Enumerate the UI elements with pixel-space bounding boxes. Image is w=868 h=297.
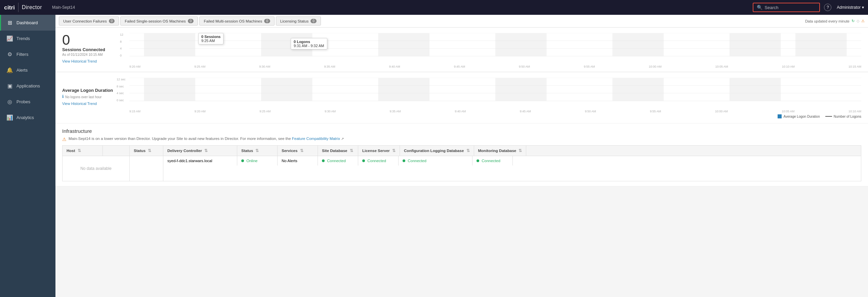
tab-label: Failed Multi-session OS Machines [204, 19, 262, 23]
x-label: 9:20 AM [194, 110, 206, 113]
status-dot-icon [403, 159, 405, 162]
logon-x-axis: 9:15 AM 9:20 AM 9:25 AM 9:30 AM 9:35 AM … [129, 109, 861, 113]
x-label: 10:10 AM [782, 65, 795, 68]
warning-icon: ⚠ [62, 137, 66, 142]
dc-cell-license: Connected [358, 156, 399, 166]
tab-user-connection-failures[interactable]: User Connection Failures 0 [59, 17, 119, 26]
help-button[interactable]: ? [824, 4, 831, 11]
svg-rect-10 [730, 33, 781, 56]
dc-col-status: Status ⇅ [237, 146, 278, 156]
sidebar-item-dashboard[interactable]: ⊞ Dashboard [0, 15, 56, 31]
sort-icon[interactable]: ⇅ [519, 149, 522, 153]
x-label: 10:05 AM [782, 110, 795, 113]
y-label-0: 0 [120, 54, 123, 57]
sort-icon[interactable]: ⇅ [466, 149, 470, 153]
sort-icon[interactable]: ⇅ [300, 149, 304, 153]
sessions-svg [129, 33, 861, 63]
tab-failed-multi-session[interactable]: Failed Multi-session OS Machines 0 [199, 17, 274, 26]
sort-icon[interactable]: ⇅ [148, 149, 151, 153]
refresh-icon[interactable]: ↻ [851, 19, 855, 23]
sort-icon[interactable]: ⇅ [255, 149, 259, 153]
sessions-y-axis: 12 8 4 0 [120, 33, 123, 57]
alert-icon[interactable]: ⚠ [861, 19, 865, 23]
x-label: 9:20 AM [129, 65, 141, 68]
logon-y-axis-left: 12 sec 8 sec 4 sec 0 sec [117, 78, 126, 102]
sort-icon[interactable]: ⇅ [78, 149, 81, 153]
sidebar-item-trends[interactable]: 📈 Trends [0, 31, 56, 47]
sidebar-item-filters[interactable]: ⚙ Filters [0, 47, 56, 62]
dc-header-row: Delivery Controller ⇅ Status ⇅ Services … [163, 146, 861, 156]
x-label: 10:00 AM [715, 110, 728, 113]
svg-rect-7 [378, 33, 430, 56]
sidebar-item-label: Dashboard [17, 20, 38, 25]
host-header-row: Host ⇅ [62, 146, 129, 156]
legend-num-logons: Number of Logons [825, 115, 861, 118]
x-label: 9:50 AM [585, 110, 596, 113]
legend-line-icon [825, 116, 832, 117]
feature-compat-link[interactable]: Feature Compatibility Matrix [292, 137, 340, 141]
settings-icon[interactable]: ◇ [857, 19, 859, 23]
dc-data-row: syed-f-ddc1.starwars.local Online No Ale… [163, 156, 861, 166]
status-dot-icon [322, 159, 324, 162]
tab-badge: 0 [188, 19, 194, 23]
dc-col-license: License Server ⇅ [358, 146, 400, 156]
app-body: ⊞ Dashboard 📈 Trends ⚙ Filters 🔔 Alerts … [0, 15, 868, 297]
chart-legend: Average Logon Duration Number of Logons [62, 113, 861, 120]
y-label-12sec: 12 sec [117, 78, 126, 81]
sessions-label: Sessions Connected [62, 47, 129, 52]
sort-icon[interactable]: ⇅ [350, 149, 353, 153]
sidebar-item-analytics[interactable]: 📊 Analytics [0, 110, 56, 125]
sidebar-item-label: Alerts [17, 68, 28, 73]
dc-col-config-log: Configuration Logging Database ⇅ [400, 146, 474, 156]
infrastructure-table: Host ⇅ No data available Status ⇅ [62, 145, 861, 181]
x-label: 10:05 AM [715, 65, 728, 68]
sort-icon[interactable]: ⇅ [204, 149, 208, 153]
y-label-12: 12 [120, 33, 123, 36]
sidebar-item-probes[interactable]: ◎ Probes [0, 94, 56, 110]
x-label: 9:55 AM [650, 110, 661, 113]
x-label: 9:45 AM [454, 65, 465, 68]
svg-rect-11 [796, 33, 846, 56]
y-label-4: 4 [120, 47, 123, 50]
status-dot-icon [362, 159, 365, 162]
logon-sublabel: No logons over last hour [65, 95, 101, 99]
x-label: 9:25 AM [259, 110, 271, 113]
svg-rect-8 [495, 33, 547, 56]
x-label: 9:15 AM [129, 110, 141, 113]
info-icon: ℹ [62, 94, 64, 99]
x-label: 9:50 AM [519, 65, 530, 68]
user-menu[interactable]: Administrator ▾ [837, 5, 864, 10]
search-input[interactable] [765, 5, 811, 10]
probes-icon: ◎ [6, 98, 13, 105]
dc-cell-status: Online [237, 156, 278, 166]
infrastructure-section: Infrastructure ⚠ Main-Sept14 is on a low… [56, 123, 868, 186]
status-header-row: Status ⇅ [130, 146, 163, 156]
sidebar-item-alerts[interactable]: 🔔 Alerts [0, 62, 56, 78]
svg-text:citrix: citrix [4, 4, 15, 11]
analytics-icon: 📊 [6, 114, 13, 121]
tab-licensing-status[interactable]: Licensing Status 0 [276, 17, 321, 26]
svg-rect-6 [261, 33, 312, 56]
dc-cell-controller: syed-f-ddc1.starwars.local [163, 156, 237, 166]
sessions-view-trend[interactable]: View Historical Trend [62, 59, 129, 63]
x-label: 9:35 AM [324, 65, 335, 68]
logon-view-trend[interactable]: View Historical Trend [62, 101, 129, 106]
search-box[interactable]: 🔍 [753, 3, 820, 12]
citrix-logo: citrix [4, 4, 15, 11]
dc-col-site-db: Site Database ⇅ [318, 146, 358, 156]
app-name: Director [22, 4, 42, 10]
sort-icon[interactable]: ⇅ [392, 149, 396, 153]
chevron-down-icon: ▾ [862, 5, 864, 10]
x-label: 9:25 AM [194, 65, 205, 68]
sessions-chart-area: 0 Sessions 9:25 AM 0 Logons 9:31 AM - 9:… [129, 33, 861, 68]
x-label: 10:15 AM [848, 65, 861, 68]
y-label-8sec: 8 sec [117, 85, 126, 88]
dc-table: Delivery Controller ⇅ Status ⇅ Services … [163, 146, 861, 181]
tab-failed-single-session[interactable]: Failed Single-session OS Machines 0 [120, 17, 198, 26]
x-label: 10:00 AM [649, 65, 661, 68]
legend-line-label: Number of Logons [834, 115, 861, 118]
sessions-sublabel: As of 01/11/2024 10:15 AM [62, 53, 129, 57]
sidebar-item-applications[interactable]: ▣ Applications [0, 78, 56, 94]
sidebar: ⊞ Dashboard 📈 Trends ⚙ Filters 🔔 Alerts … [0, 15, 56, 297]
tab-badge: 0 [264, 19, 270, 23]
